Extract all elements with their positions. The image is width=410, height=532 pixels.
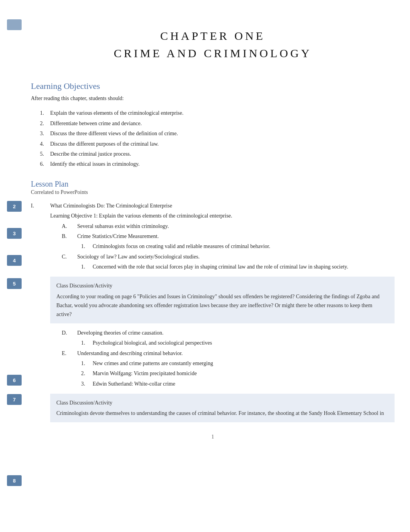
obj-text: Discuss the three different views of the… [50,129,395,138]
obj-num: 5. [31,150,50,158]
sub-sub-content-b1: Criminologists focus on creating valid a… [93,242,395,251]
sub-sub-label-b1: 1. [81,242,93,251]
sub-sub-item-e3: 3. Edwin Sutherland: White-collar crime [81,380,395,388]
obj-num: 2. [31,119,50,128]
top-decoration-badge [7,19,22,30]
outline-section-i: I. What Criminologists Do: The Criminolo… [31,202,395,423]
obj-text: Discuss the different purposes of the cr… [50,140,395,148]
objective-item: 4.Discuss the different purposes of the … [31,140,395,148]
sub-item-d: D. Developing theories of crime causatio… [62,329,395,337]
main-content: Chapter One Crime and Criminology Learni… [31,15,395,440]
sub-item-b: B. Crime Statistics/Crime Measurement. [62,232,395,241]
objective-item: 1.Explain the various elements of the cr… [31,109,395,117]
obj-text: Identify the ethical issues in criminolo… [50,160,395,168]
chapter-line1: Chapter One [160,29,265,42]
section-i-text: What Criminologists Do: The Criminologic… [50,202,395,210]
sub-sub-item-d1: 1. Psychological biological, and sociolo… [81,339,395,347]
sub-sub-content-e1: New crimes and crime patterns are consta… [93,359,395,368]
page-badge-2: 2 [7,201,22,212]
objective-item: 2.Differentiate between crime and devian… [31,119,395,128]
sub-sub-item-e1: 1. New crimes and crime patterns are con… [81,359,395,368]
sub-sub-content-e2: Marvin Wolfgang: Victim precipitated hom… [93,369,395,378]
page-container: 2345678 Chapter One Crime and Criminolog… [0,0,410,532]
sub-content-e: Understanding and describing criminal be… [77,349,395,358]
discussion-title-2: Class Discussion/Activity [56,398,388,407]
sub-content-a: Several subareas exist within criminolog… [77,222,395,231]
sub-sub-content-e3: Edwin Sutherland: White-collar crime [93,380,395,388]
outline-item-i: I. What Criminologists Do: The Criminolo… [31,202,395,210]
obj-text: Differentiate between crime and deviance… [50,119,395,128]
sub-label-e: E. [62,349,77,358]
sub-content-b: Crime Statistics/Crime Measurement. [77,232,395,241]
sub-sub-content-d1: Psychological biological, and sociologic… [93,339,395,347]
page-badge-5: 5 [7,278,22,289]
sub-sub-label-e3: 3. [81,380,93,388]
obj-num: 4. [31,140,50,148]
sub-label-d: D. [62,329,77,337]
obj-num: 6. [31,160,50,168]
obj-num: 1. [31,109,50,117]
objective-item: 3.Discuss the three different views of t… [31,129,395,138]
obj-text: Explain the various elements of the crim… [50,109,395,117]
sidebar: 2345678 [0,0,26,532]
sub-sub-label-d1: 1. [81,339,93,347]
learning-objectives-intro: After reading this chapter, students sho… [31,94,395,103]
sub-content-d: Developing theories of crime causation. [77,329,395,337]
sub-content-c: Sociology of law? Law and society/Sociol… [77,253,395,261]
objective-item: 5.Describe the criminal justice process. [31,150,395,158]
learning-obj-line: Learning Objective 1: Explain the variou… [50,212,395,220]
page-badge-7: 7 [7,394,22,405]
chapter-line2: Crime and Criminology [114,47,312,59]
sub-sub-item-e2: 2. Marvin Wolfgang: Victim precipitated … [81,369,395,378]
sub-sub-label-c1: 1. [81,263,93,271]
sub-item-e: E. Understanding and describing criminal… [62,349,395,358]
page-badge-4: 4 [7,255,22,266]
sub-label-c: C. [62,253,77,261]
objectives-list: 1.Explain the various elements of the cr… [31,109,395,168]
sub-item-c: C. Sociology of law? Law and society/Soc… [62,253,395,261]
section-i-label: I. [31,202,50,210]
sub-label-a: A. [62,222,77,231]
page-number: 1 [31,434,395,440]
page-badge-3: 3 [7,228,22,239]
sub-sub-content-c1: Concerned with the role that social forc… [93,263,395,271]
sub-sub-item-c1: 1. Concerned with the role that social f… [81,263,395,271]
correlated-text: Correlated to PowerPoints [31,189,395,195]
obj-num: 3. [31,129,50,138]
learning-objectives-heading: Learning Objectives [31,81,395,91]
discussion-text-2: Criminologists devote themselves to unde… [56,409,388,418]
obj-text: Describe the criminal justice process. [50,150,395,158]
chapter-title-text: Chapter One Crime and Criminology [31,27,395,62]
discussion-title-1: Class Discussion/Activity [56,281,388,290]
objective-item: 6.Identify the ethical issues in crimino… [31,160,395,168]
sub-label-b: B. [62,232,77,241]
sub-sub-label-e2: 2. [81,369,93,378]
lesson-plan-heading: Lesson Plan [31,180,395,189]
page-badge-6: 6 [7,375,22,386]
discussion-box-1: Class Discussion/Activity According to y… [50,277,395,323]
discussion-box-2: Class Discussion/Activity Criminologists… [50,394,395,422]
page-badge-8: 8 [7,475,22,486]
lesson-plan-section: Lesson Plan Correlated to PowerPoints I.… [31,180,395,423]
discussion-text-1: According to your reading on page 6 "Pol… [56,292,388,319]
sub-sub-item-b1: 1. Criminologists focus on creating vali… [81,242,395,251]
chapter-title: Chapter One Crime and Criminology [31,27,395,66]
sub-item-a: A. Several subareas exist within crimino… [62,222,395,231]
learning-objectives-section: Learning Objectives After reading this c… [31,81,395,169]
sub-sub-label-e1: 1. [81,359,93,368]
